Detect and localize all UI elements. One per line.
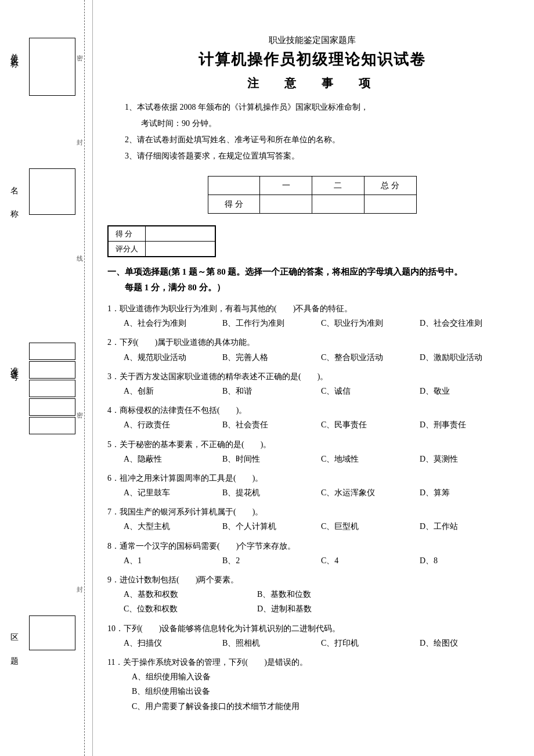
notice-2: 2、请在试卷封面处填写姓名、准考证号和所在单位的名称。 (125, 132, 517, 148)
notice-content: 1、本试卷依据 2008 年颁布的《计算机操作员》国家职业标准命制， 考试时间：… (125, 99, 517, 164)
q7-optD: D、工作站 (420, 519, 513, 534)
defen-value (146, 226, 215, 242)
q3-optB: B、和谐 (222, 384, 315, 398)
score-val-2 (312, 195, 365, 214)
question-9: 9．进位计数制包括( )两个要素。 A、基数和权数 B、基数和位数 C、位数和权… (107, 573, 517, 617)
score-header-1: 一 (260, 177, 312, 195)
q3-optA: A、创新 (124, 384, 217, 398)
notice-1: 1、本试卷依据 2008 年颁布的《计算机操作员》国家职业标准命制， (125, 99, 517, 116)
q10-optA: A、扫描仪 (124, 636, 217, 650)
defen-label: 得 分 (109, 226, 146, 242)
left-margin: 单位名称 名 称 准考证号 区 题 密 封 线 密 封 (0, 0, 93, 756)
q8-optD: D、8 (420, 553, 513, 568)
q6-optD: D、算筹 (420, 485, 513, 500)
score-header-blank (208, 177, 260, 195)
q6-optC: C、水运浑象仪 (321, 485, 414, 500)
question-11: 11．关于操作系统对设备的管理，下列( )是错误的。 A、组织使用输入设备 B、… (107, 655, 517, 714)
label-kaohao: 准考证号 (9, 360, 19, 406)
label-zuowei: 区 题 (9, 627, 19, 662)
q3-optC: C、诚信 (321, 384, 414, 398)
subtitle: 职业技能鉴定国家题库 (107, 35, 517, 46)
q7-optC: C、巨型机 (321, 519, 414, 534)
scoring-box: 得 分 评分人 (107, 225, 216, 257)
q8-optA: A、1 (124, 553, 217, 568)
q9-optA: A、基数和权数 (124, 587, 251, 602)
score-table-wrapper: 一 二 总 分 得 分 (107, 176, 517, 214)
notice-1b: 考试时间：90 分钟。 (141, 116, 517, 132)
question-10: 10．下列( )设备能够将信息转化为计算机识别的二进制代码。 A、扫描仪 B、照… (107, 621, 517, 650)
q8-optC: C、4 (321, 553, 414, 568)
q2-optC: C、整合职业活动 (321, 350, 414, 365)
q4-optD: D、刑事责任 (420, 417, 513, 432)
kaohao-box-4 (29, 398, 75, 416)
q6-optB: B、提花机 (222, 485, 315, 500)
dashed-cut-line (84, 0, 85, 756)
kaohao-boxes (29, 343, 75, 435)
notice-title: 注 意 事 项 (107, 75, 517, 91)
question-1: 1．职业道德作为职业行为准则，有着与其他的( )不具备的特征。 A、社会行为准则… (107, 301, 517, 330)
q7-optA: A、大型主机 (124, 519, 217, 534)
q9-optB: B、基数和位数 (257, 587, 385, 602)
cut-text-feng: 封 (75, 134, 84, 135)
main-title: 计算机操作员初级理论知识试卷 (107, 49, 517, 70)
pingfen-value (146, 242, 215, 257)
q10-optC: C、打印机 (321, 636, 414, 650)
box-danwei (29, 38, 75, 96)
label-danwei: 单位名称 (9, 46, 19, 93)
question-2: 2．下列( )属于职业道德的具体功能。 A、规范职业活动 B、完善人格 C、整合… (107, 335, 517, 364)
cut-text-mi: 密 (75, 49, 84, 51)
q1-optB: B、工作行为准则 (222, 316, 315, 330)
kaohao-box-1 (29, 343, 75, 360)
q5-optD: D、莫测性 (420, 452, 513, 466)
question-6: 6．祖冲之用来计算圆周率的工具是( )。 A、记里鼓车 B、提花机 C、水运浑象… (107, 471, 517, 500)
kaohao-box-2 (29, 361, 75, 379)
q9-optD: D、进制和基数 (257, 602, 385, 616)
box-zuowei (29, 615, 75, 650)
question-5: 5．关于秘密的基本要素，不正确的是( )。 A、隐蔽性 B、时间性 C、地域性 … (107, 437, 517, 466)
q11-optB: B、组织使用输出设备 (132, 684, 517, 699)
section1-title: 一、单项选择题(第 1 题～第 80 题。选择一个正确的答案，将相应的字母填入题… (107, 264, 517, 296)
q4-optB: B、社会责任 (222, 417, 315, 432)
label-mingcheng: 名 称 (9, 180, 19, 215)
kaohao-box-5 (29, 417, 75, 434)
q2-optD: D、激励职业活动 (420, 350, 513, 365)
q10-optD: D、绘图仪 (420, 636, 513, 650)
q5-optB: B、时间性 (222, 452, 315, 466)
q5-optA: A、隐蔽性 (124, 452, 217, 466)
q2-optA: A、规范职业活动 (124, 350, 217, 365)
cut-text-feng2: 封 (75, 581, 84, 582)
score-val-total (364, 195, 416, 214)
box-mingcheng (29, 168, 75, 215)
main-content: 职业技能鉴定国家题库 计算机操作员初级理论知识试卷 注 意 事 项 1、本试卷依… (96, 23, 534, 736)
q4-optA: A、行政责任 (124, 417, 217, 432)
q3-optD: D、敬业 (420, 384, 513, 398)
q1-optD: D、社会交往准则 (420, 316, 513, 330)
q1-optA: A、社会行为准则 (124, 316, 217, 330)
q8-optB: B、2 (222, 553, 315, 568)
notice-3: 3、请仔细阅读答题要求，在规定位置填写答案。 (125, 148, 517, 164)
score-label: 得 分 (208, 195, 260, 214)
q10-optB: B、照相机 (222, 636, 315, 650)
question-4: 4．商标侵权的法律责任不包括( )。 A、行政责任 B、社会责任 C、民事责任 … (107, 403, 517, 432)
question-7: 7．我国生产的银河系列计算机属于( )。 A、大型主机 B、个人计算机 C、巨型… (107, 505, 517, 534)
score-table: 一 二 总 分 得 分 (208, 176, 417, 214)
pingfen-label: 评分人 (109, 242, 146, 257)
q1-optC: C、职业行为准则 (321, 316, 414, 330)
cut-text-mi2: 密 (75, 406, 84, 408)
score-header-2: 二 (312, 177, 365, 195)
score-header-total: 总 分 (364, 177, 416, 195)
score-val-1 (260, 195, 312, 214)
question-3: 3．关于西方发达国家职业道德的精华表述不正确的是( )。 A、创新 B、和谐 C… (107, 369, 517, 398)
cut-text-xian: 线 (75, 250, 84, 251)
question-8: 8．通常一个汉字的国标码需要( )个字节来存放。 A、1 B、2 C、4 D、8 (107, 539, 517, 568)
q4-optC: C、民事责任 (321, 417, 414, 432)
q9-optC: C、位数和权数 (124, 602, 251, 616)
q11-optC: C、用户需要了解设备接口的技术细节才能使用 (132, 699, 517, 714)
exam-page: 单位名称 名 称 准考证号 区 题 密 封 线 密 封 职业技能鉴定国家题库 计… (0, 0, 534, 756)
q7-optB: B、个人计算机 (222, 519, 315, 534)
kaohao-box-3 (29, 380, 75, 397)
q11-optA: A、组织使用输入设备 (132, 669, 517, 684)
q2-optB: B、完善人格 (222, 350, 315, 365)
q6-optA: A、记里鼓车 (124, 485, 217, 500)
q5-optC: C、地域性 (321, 452, 414, 466)
